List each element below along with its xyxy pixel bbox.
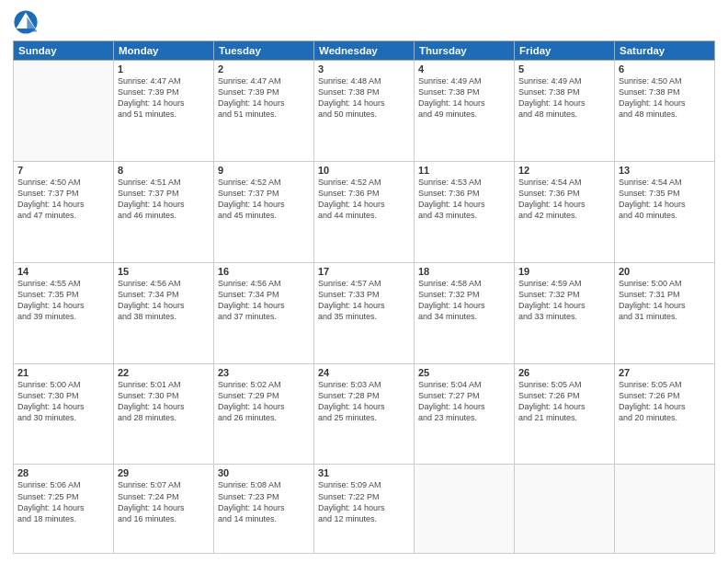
calendar-cell: 16Sunrise: 4:56 AM Sunset: 7:34 PM Dayli… (214, 262, 314, 363)
day-number: 15 (118, 266, 210, 277)
day-info: Sunrise: 5:08 AM Sunset: 7:23 PM Dayligh… (218, 479, 310, 524)
day-number: 11 (418, 165, 510, 176)
day-info: Sunrise: 5:00 AM Sunset: 7:31 PM Dayligh… (619, 278, 711, 323)
week-row-2: 14Sunrise: 4:55 AM Sunset: 7:35 PM Dayli… (14, 262, 715, 363)
day-number: 4 (418, 63, 510, 75)
day-number: 16 (218, 266, 310, 277)
day-number: 14 (17, 266, 109, 277)
day-info: Sunrise: 4:56 AM Sunset: 7:34 PM Dayligh… (218, 278, 310, 323)
day-info: Sunrise: 5:07 AM Sunset: 7:24 PM Dayligh… (118, 479, 210, 524)
calendar-cell: 24Sunrise: 5:03 AM Sunset: 7:28 PM Dayli… (314, 363, 415, 465)
calendar-cell: 5Sunrise: 4:49 AM Sunset: 7:38 PM Daylig… (515, 61, 615, 162)
calendar-cell: 27Sunrise: 5:05 AM Sunset: 7:26 PM Dayli… (615, 363, 715, 465)
calendar-cell (615, 465, 715, 554)
page: SundayMondayTuesdayWednesdayThursdayFrid… (0, 0, 728, 563)
day-info: Sunrise: 4:55 AM Sunset: 7:35 PM Dayligh… (17, 278, 109, 323)
day-info: Sunrise: 5:05 AM Sunset: 7:26 PM Dayligh… (619, 379, 711, 424)
day-info: Sunrise: 5:09 AM Sunset: 7:22 PM Dayligh… (318, 479, 410, 524)
day-number: 18 (418, 266, 510, 277)
day-number: 7 (17, 165, 109, 176)
calendar-cell (14, 61, 114, 162)
calendar-cell: 18Sunrise: 4:58 AM Sunset: 7:32 PM Dayli… (415, 262, 515, 363)
calendar-cell: 29Sunrise: 5:07 AM Sunset: 7:24 PM Dayli… (114, 465, 214, 554)
logo (13, 9, 41, 35)
weekday-header-wednesday: Wednesday (314, 41, 415, 61)
day-info: Sunrise: 4:52 AM Sunset: 7:36 PM Dayligh… (318, 177, 410, 222)
day-number: 2 (218, 63, 310, 75)
day-number: 13 (619, 165, 711, 176)
calendar-cell: 25Sunrise: 5:04 AM Sunset: 7:27 PM Dayli… (415, 363, 515, 465)
day-info: Sunrise: 4:50 AM Sunset: 7:37 PM Dayligh… (17, 177, 109, 222)
calendar-cell (515, 465, 615, 554)
day-number: 8 (118, 165, 210, 176)
calendar-cell: 21Sunrise: 5:00 AM Sunset: 7:30 PM Dayli… (14, 363, 114, 465)
calendar-cell: 23Sunrise: 5:02 AM Sunset: 7:29 PM Dayli… (214, 363, 314, 465)
calendar-cell: 4Sunrise: 4:49 AM Sunset: 7:38 PM Daylig… (415, 61, 515, 162)
day-number: 12 (518, 165, 610, 176)
day-info: Sunrise: 4:54 AM Sunset: 7:36 PM Dayligh… (518, 177, 610, 222)
calendar-cell: 13Sunrise: 4:54 AM Sunset: 7:35 PM Dayli… (615, 161, 715, 262)
weekday-header-sunday: Sunday (14, 41, 114, 61)
day-info: Sunrise: 5:01 AM Sunset: 7:30 PM Dayligh… (118, 379, 210, 424)
calendar-cell: 1Sunrise: 4:47 AM Sunset: 7:39 PM Daylig… (114, 61, 214, 162)
calendar-cell: 8Sunrise: 4:51 AM Sunset: 7:37 PM Daylig… (114, 161, 214, 262)
weekday-header-thursday: Thursday (415, 41, 515, 61)
header (13, 9, 715, 35)
day-number: 28 (17, 467, 109, 478)
day-number: 19 (518, 266, 610, 277)
day-number: 9 (218, 165, 310, 176)
day-info: Sunrise: 4:57 AM Sunset: 7:33 PM Dayligh… (318, 278, 410, 323)
calendar-cell: 31Sunrise: 5:09 AM Sunset: 7:22 PM Dayli… (314, 465, 415, 554)
week-row-1: 7Sunrise: 4:50 AM Sunset: 7:37 PM Daylig… (14, 161, 715, 262)
calendar-cell: 7Sunrise: 4:50 AM Sunset: 7:37 PM Daylig… (14, 161, 114, 262)
weekday-header-row: SundayMondayTuesdayWednesdayThursdayFrid… (14, 41, 715, 61)
day-info: Sunrise: 4:47 AM Sunset: 7:39 PM Dayligh… (118, 75, 210, 121)
weekday-header-friday: Friday (515, 41, 615, 61)
calendar-cell: 17Sunrise: 4:57 AM Sunset: 7:33 PM Dayli… (314, 262, 415, 363)
day-info: Sunrise: 4:49 AM Sunset: 7:38 PM Dayligh… (418, 75, 510, 121)
day-number: 21 (17, 367, 109, 378)
day-info: Sunrise: 4:53 AM Sunset: 7:36 PM Dayligh… (418, 177, 510, 222)
calendar-cell: 30Sunrise: 5:08 AM Sunset: 7:23 PM Dayli… (214, 465, 314, 554)
day-number: 17 (318, 266, 410, 277)
day-number: 5 (518, 63, 610, 75)
week-row-3: 21Sunrise: 5:00 AM Sunset: 7:30 PM Dayli… (14, 363, 715, 465)
day-info: Sunrise: 5:03 AM Sunset: 7:28 PM Dayligh… (318, 379, 410, 424)
day-info: Sunrise: 4:47 AM Sunset: 7:39 PM Dayligh… (218, 75, 310, 121)
day-info: Sunrise: 5:00 AM Sunset: 7:30 PM Dayligh… (17, 379, 109, 424)
calendar-cell: 28Sunrise: 5:06 AM Sunset: 7:25 PM Dayli… (14, 465, 114, 554)
day-info: Sunrise: 4:49 AM Sunset: 7:38 PM Dayligh… (518, 75, 610, 121)
day-number: 26 (518, 367, 610, 378)
calendar-cell: 9Sunrise: 4:52 AM Sunset: 7:37 PM Daylig… (214, 161, 314, 262)
day-info: Sunrise: 4:52 AM Sunset: 7:37 PM Dayligh… (218, 177, 310, 222)
day-number: 23 (218, 367, 310, 378)
day-info: Sunrise: 4:51 AM Sunset: 7:37 PM Dayligh… (118, 177, 210, 222)
calendar-cell: 20Sunrise: 5:00 AM Sunset: 7:31 PM Dayli… (615, 262, 715, 363)
logo-icon (13, 9, 39, 35)
day-info: Sunrise: 4:54 AM Sunset: 7:35 PM Dayligh… (619, 177, 711, 222)
calendar-cell: 15Sunrise: 4:56 AM Sunset: 7:34 PM Dayli… (114, 262, 214, 363)
day-number: 3 (318, 63, 410, 75)
weekday-header-tuesday: Tuesday (214, 41, 314, 61)
day-number: 1 (118, 63, 210, 75)
day-info: Sunrise: 5:06 AM Sunset: 7:25 PM Dayligh… (17, 479, 109, 524)
day-info: Sunrise: 4:48 AM Sunset: 7:38 PM Dayligh… (318, 75, 410, 121)
day-info: Sunrise: 5:02 AM Sunset: 7:29 PM Dayligh… (218, 379, 310, 424)
day-number: 6 (619, 63, 711, 75)
day-number: 22 (118, 367, 210, 378)
weekday-header-saturday: Saturday (615, 41, 715, 61)
day-info: Sunrise: 4:56 AM Sunset: 7:34 PM Dayligh… (118, 278, 210, 323)
calendar-cell: 11Sunrise: 4:53 AM Sunset: 7:36 PM Dayli… (415, 161, 515, 262)
calendar-cell: 14Sunrise: 4:55 AM Sunset: 7:35 PM Dayli… (14, 262, 114, 363)
weekday-header-monday: Monday (114, 41, 214, 61)
day-number: 27 (619, 367, 711, 378)
calendar-cell: 3Sunrise: 4:48 AM Sunset: 7:38 PM Daylig… (314, 61, 415, 162)
day-info: Sunrise: 5:05 AM Sunset: 7:26 PM Dayligh… (518, 379, 610, 424)
calendar-cell: 12Sunrise: 4:54 AM Sunset: 7:36 PM Dayli… (515, 161, 615, 262)
day-info: Sunrise: 4:59 AM Sunset: 7:32 PM Dayligh… (518, 278, 610, 323)
calendar-cell: 22Sunrise: 5:01 AM Sunset: 7:30 PM Dayli… (114, 363, 214, 465)
day-number: 24 (318, 367, 410, 378)
calendar-cell: 19Sunrise: 4:59 AM Sunset: 7:32 PM Dayli… (515, 262, 615, 363)
day-info: Sunrise: 5:04 AM Sunset: 7:27 PM Dayligh… (418, 379, 510, 424)
day-number: 29 (118, 467, 210, 478)
